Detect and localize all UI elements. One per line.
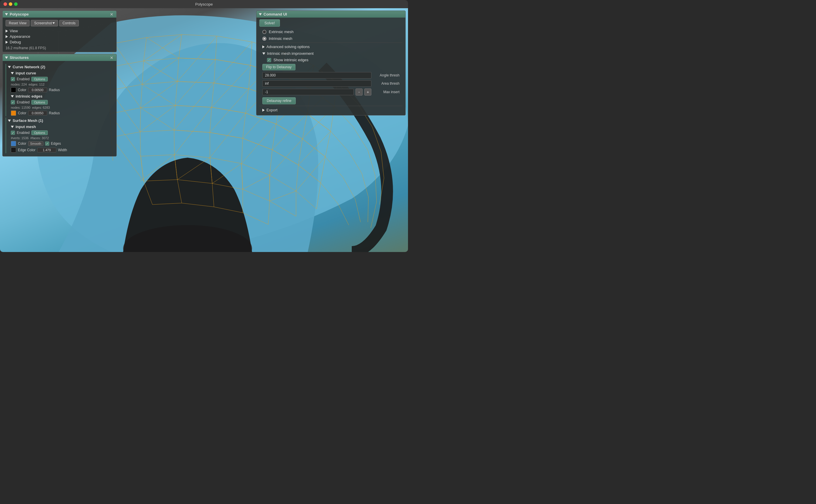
- command-ui-header: Command UI: [256, 11, 405, 18]
- intrinsic-mesh-radio[interactable]: [262, 37, 266, 41]
- tree-debug-item[interactable]: Debug: [6, 39, 113, 45]
- structures-close-button[interactable]: ✕: [109, 56, 114, 60]
- intrinsic-edges-radius-input[interactable]: [28, 111, 47, 115]
- input-curve-color-row: Color Radius: [11, 87, 113, 93]
- collapse-icon: [5, 13, 8, 16]
- curve-network-header[interactable]: Curve Network (2): [8, 64, 113, 70]
- input-mesh-controls: ✓ Enabled Options: [11, 130, 113, 136]
- extrinsic-mesh-row[interactable]: Extrinsic mesh: [259, 28, 402, 35]
- delaunay-refine-row: Delaunay refine: [259, 96, 402, 105]
- structures-panel-title: Structures: [10, 55, 29, 60]
- divider-1: [259, 42, 402, 43]
- main-content: Polyscope ✕ Reset View Screenshot Contro…: [0, 8, 408, 252]
- window-title: Polyscope: [195, 2, 213, 6]
- screenshot-button[interactable]: Screenshot: [31, 20, 58, 26]
- intrinsic-improvement-item[interactable]: Intrinsic mesh improvement: [259, 50, 402, 57]
- tree-view-item[interactable]: View: [6, 28, 113, 34]
- polyscope-panel-body: Reset View Screenshot Controls View Appe…: [3, 18, 116, 52]
- input-mesh-edge-color-row: Edge Color Width: [11, 147, 113, 153]
- titlebar: Polyscope: [0, 0, 408, 8]
- polyscope-panel: Polyscope ✕ Reset View Screenshot Contro…: [2, 11, 117, 52]
- input-curve-enabled-checkbox[interactable]: ✓: [11, 77, 15, 81]
- input-mesh-width-input[interactable]: [37, 148, 56, 152]
- tree-expand-icon: [6, 41, 8, 44]
- input-mesh-color-swatch[interactable]: [11, 141, 16, 146]
- minimize-traffic-light[interactable]: [9, 2, 12, 6]
- maximize-traffic-light[interactable]: [14, 2, 18, 6]
- polyscope-close-button[interactable]: ✕: [109, 12, 114, 16]
- curve-network-section: Curve Network (2) input curve ✓ Enabled …: [6, 64, 113, 116]
- polyscope-toolbar: Reset View Screenshot Controls: [6, 20, 113, 26]
- polyscope-panel-header: Polyscope ✕: [3, 11, 116, 18]
- structures-panel-header: Structures ✕: [3, 54, 116, 61]
- max-insert-plus-button[interactable]: +: [364, 88, 371, 96]
- export-expand-icon: [262, 109, 265, 112]
- reset-view-button[interactable]: Reset View: [6, 20, 30, 26]
- intrinsic-edges-controls: ✓ Enabled Options: [11, 99, 113, 105]
- area-thresh-row: Area thresh: [259, 79, 402, 88]
- input-mesh-edge-color-swatch[interactable]: [11, 147, 16, 153]
- angle-thresh-input[interactable]: [262, 72, 371, 79]
- show-intrinsic-edges-checkbox[interactable]: ✓: [267, 58, 271, 62]
- intrinsic-edges-color-row: Color Radius: [11, 110, 113, 116]
- tree-appearance-item[interactable]: Appearance: [6, 34, 113, 39]
- input-curve-header[interactable]: input curve: [11, 70, 113, 76]
- advanced-solving-item[interactable]: Advanced solving options: [259, 43, 402, 50]
- input-curve-color-swatch[interactable]: [11, 87, 16, 93]
- input-mesh-header[interactable]: input mesh: [11, 124, 113, 130]
- input-curve-controls: ✓ Enabled Options: [11, 76, 113, 82]
- tree-expand-icon: [6, 35, 8, 38]
- export-row[interactable]: Export: [259, 107, 402, 113]
- polyscope-panel-title: Polyscope: [10, 12, 29, 16]
- svg-line-45: [355, 199, 361, 222]
- structures-panel-body: Curve Network (2) input curve ✓ Enabled …: [3, 61, 116, 156]
- intrinsic-edges-enabled-checkbox[interactable]: ✓: [11, 100, 15, 104]
- input-mesh-info: #verts: 1536 #faces: 3072: [11, 136, 113, 140]
- max-insert-input[interactable]: [262, 89, 354, 95]
- svg-line-23: [375, 175, 377, 202]
- input-mesh-section: input mesh ✓ Enabled Options #verts: 153…: [8, 124, 113, 153]
- input-mesh-options-button[interactable]: Options: [31, 130, 48, 135]
- tree-expand-icon: [6, 30, 8, 33]
- max-insert-minus-button[interactable]: -: [356, 88, 363, 96]
- delaunay-refine-button[interactable]: Delaunay refine: [262, 97, 296, 104]
- input-curve-info: nodes: 224 edges: 112: [11, 82, 113, 87]
- intrinsic-edges-color-swatch[interactable]: [11, 110, 16, 116]
- svg-line-35: [368, 197, 368, 222]
- input-mesh-collapse-icon: [11, 126, 14, 128]
- intrinsic-edges-section: intrinsic edges ✓ Enabled Options nodes:…: [8, 93, 113, 116]
- structures-panel: Structures ✕ Curve Network (2) input c: [2, 54, 117, 156]
- screenshot-dropdown-icon: [52, 22, 55, 24]
- divider-2: [259, 106, 402, 106]
- input-mesh-edges-checkbox[interactable]: ✓: [45, 142, 49, 146]
- input-mesh-smooth-button[interactable]: Smooth: [28, 141, 43, 146]
- surface-mesh-header[interactable]: Surface Mesh (1): [8, 118, 113, 124]
- input-curve-section: input curve ✓ Enabled Options nodes: 224…: [8, 70, 113, 93]
- command-ui-title: Command UI: [263, 12, 287, 16]
- command-ui-collapse-icon: [259, 13, 262, 16]
- intrinsic-edges-options-button[interactable]: Options: [31, 100, 48, 105]
- intrinsic-edges-info: nodes: 11590 edges: 6283: [11, 105, 113, 110]
- input-curve-collapse-icon: [11, 72, 14, 74]
- flip-button-row: Flip to Delaunay: [259, 63, 402, 71]
- intrinsic-improvement-collapse-icon: [262, 52, 265, 55]
- intrinsic-mesh-row[interactable]: Intrinsic mesh: [259, 35, 402, 42]
- input-curve-radius-input[interactable]: [28, 88, 47, 92]
- angle-thresh-row: Angle thresh: [259, 71, 402, 79]
- controls-button[interactable]: Controls: [59, 20, 79, 26]
- surface-mesh-section: Surface Mesh (1) input mesh ✓ Enabled Op…: [6, 118, 113, 153]
- input-curve-options-button[interactable]: Options: [31, 77, 48, 81]
- solve-button[interactable]: Solve!: [259, 19, 280, 27]
- extrinsic-mesh-radio[interactable]: [262, 30, 266, 34]
- show-intrinsic-edges-row: ✓ Show intrinsic edges: [259, 57, 402, 63]
- input-mesh-enabled-checkbox[interactable]: ✓: [11, 131, 15, 135]
- surface-mesh-collapse-icon: [8, 120, 11, 122]
- svg-line-54: [338, 203, 349, 225]
- intrinsic-edges-collapse-icon: [11, 95, 14, 98]
- flip-delaunay-button[interactable]: Flip to Delaunay: [262, 64, 295, 70]
- command-ui-panel: Command UI Solve! Extrinsic mesh Intrins…: [256, 11, 406, 115]
- area-thresh-input[interactable]: [262, 80, 371, 87]
- svg-line-24: [371, 202, 377, 228]
- intrinsic-edges-header[interactable]: intrinsic edges: [11, 93, 113, 99]
- close-traffic-light[interactable]: [4, 2, 7, 6]
